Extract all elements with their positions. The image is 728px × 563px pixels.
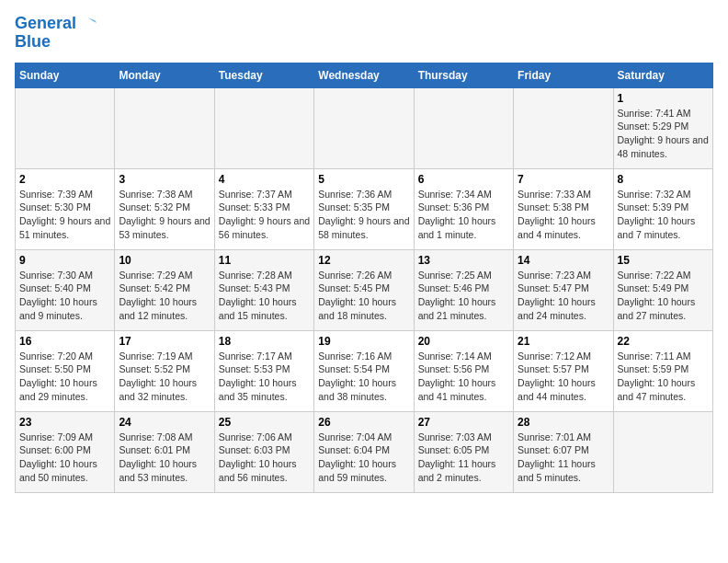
day-number: 15	[618, 254, 709, 267]
day-number: 14	[518, 254, 609, 267]
calendar-cell	[613, 411, 712, 492]
day-number: 11	[219, 254, 310, 267]
weekday-header-friday: Friday	[514, 63, 613, 87]
day-info: Sunrise: 7:20 AM Sunset: 5:50 PM Dayligh…	[19, 350, 110, 404]
day-info: Sunrise: 7:19 AM Sunset: 5:52 PM Dayligh…	[119, 350, 210, 404]
calendar-cell: 24Sunrise: 7:08 AM Sunset: 6:01 PM Dayli…	[115, 411, 214, 492]
day-number: 17	[119, 335, 210, 348]
calendar-cell: 23Sunrise: 7:09 AM Sunset: 6:00 PM Dayli…	[16, 411, 115, 492]
day-info: Sunrise: 7:37 AM Sunset: 5:33 PM Dayligh…	[219, 188, 310, 242]
logo-bird-icon	[78, 15, 97, 33]
day-number: 9	[19, 254, 110, 267]
calendar-cell: 1Sunrise: 7:41 AM Sunset: 5:29 PM Daylig…	[613, 87, 712, 168]
day-number: 1	[618, 92, 709, 105]
calendar-cell: 25Sunrise: 7:06 AM Sunset: 6:03 PM Dayli…	[214, 411, 313, 492]
day-info: Sunrise: 7:30 AM Sunset: 5:40 PM Dayligh…	[19, 269, 110, 323]
calendar-cell	[414, 87, 513, 168]
week-row-2: 2Sunrise: 7:39 AM Sunset: 5:30 PM Daylig…	[16, 168, 713, 249]
day-number: 13	[418, 254, 509, 267]
day-info: Sunrise: 7:01 AM Sunset: 6:07 PM Dayligh…	[518, 431, 609, 485]
svg-marker-1	[90, 19, 97, 23]
logo-text-general: General	[15, 15, 76, 33]
day-number: 5	[318, 173, 409, 186]
day-info: Sunrise: 7:06 AM Sunset: 6:03 PM Dayligh…	[219, 431, 310, 485]
logo-container: General Blue	[15, 15, 97, 52]
calendar-cell: 6Sunrise: 7:34 AM Sunset: 5:36 PM Daylig…	[414, 168, 513, 249]
weekday-header-row: SundayMondayTuesdayWednesdayThursdayFrid…	[16, 63, 713, 87]
day-number: 8	[618, 173, 709, 186]
calendar-cell: 22Sunrise: 7:11 AM Sunset: 5:59 PM Dayli…	[613, 330, 712, 411]
calendar-cell	[16, 87, 115, 168]
day-info: Sunrise: 7:29 AM Sunset: 5:42 PM Dayligh…	[119, 269, 210, 323]
calendar-cell: 14Sunrise: 7:23 AM Sunset: 5:47 PM Dayli…	[514, 249, 613, 330]
calendar-cell	[514, 87, 613, 168]
day-number: 16	[19, 335, 110, 348]
day-info: Sunrise: 7:17 AM Sunset: 5:53 PM Dayligh…	[219, 350, 310, 404]
day-info: Sunrise: 7:34 AM Sunset: 5:36 PM Dayligh…	[418, 188, 509, 242]
day-number: 21	[518, 335, 609, 348]
day-info: Sunrise: 7:39 AM Sunset: 5:30 PM Dayligh…	[19, 188, 110, 242]
calendar-cell: 4Sunrise: 7:37 AM Sunset: 5:33 PM Daylig…	[214, 168, 313, 249]
day-number: 3	[119, 173, 210, 186]
day-info: Sunrise: 7:38 AM Sunset: 5:32 PM Dayligh…	[119, 188, 210, 242]
day-number: 7	[518, 173, 609, 186]
calendar-cell	[115, 87, 214, 168]
day-number: 22	[618, 335, 709, 348]
weekday-header-thursday: Thursday	[414, 63, 513, 87]
logo: General Blue	[15, 15, 97, 52]
calendar-cell: 2Sunrise: 7:39 AM Sunset: 5:30 PM Daylig…	[16, 168, 115, 249]
calendar-cell: 12Sunrise: 7:26 AM Sunset: 5:45 PM Dayli…	[314, 249, 414, 330]
day-number: 6	[418, 173, 509, 186]
day-number: 12	[318, 254, 409, 267]
day-info: Sunrise: 7:36 AM Sunset: 5:35 PM Dayligh…	[318, 188, 409, 242]
day-info: Sunrise: 7:14 AM Sunset: 5:56 PM Dayligh…	[418, 350, 509, 404]
calendar-cell: 27Sunrise: 7:03 AM Sunset: 6:05 PM Dayli…	[414, 411, 513, 492]
header: General Blue	[15, 15, 713, 52]
calendar-cell: 7Sunrise: 7:33 AM Sunset: 5:38 PM Daylig…	[514, 168, 613, 249]
day-number: 27	[418, 416, 509, 429]
calendar-cell: 9Sunrise: 7:30 AM Sunset: 5:40 PM Daylig…	[16, 249, 115, 330]
calendar-cell: 19Sunrise: 7:16 AM Sunset: 5:54 PM Dayli…	[314, 330, 414, 411]
day-number: 4	[219, 173, 310, 186]
weekday-header-saturday: Saturday	[613, 63, 712, 87]
day-info: Sunrise: 7:26 AM Sunset: 5:45 PM Dayligh…	[318, 269, 409, 323]
calendar-cell: 15Sunrise: 7:22 AM Sunset: 5:49 PM Dayli…	[613, 249, 712, 330]
day-number: 18	[219, 335, 310, 348]
weekday-header-wednesday: Wednesday	[314, 63, 414, 87]
calendar-cell	[214, 87, 313, 168]
day-info: Sunrise: 7:16 AM Sunset: 5:54 PM Dayligh…	[318, 350, 409, 404]
calendar-cell: 13Sunrise: 7:25 AM Sunset: 5:46 PM Dayli…	[414, 249, 513, 330]
week-row-3: 9Sunrise: 7:30 AM Sunset: 5:40 PM Daylig…	[16, 249, 713, 330]
logo-text-blue: Blue	[15, 33, 51, 52]
day-number: 19	[318, 335, 409, 348]
day-info: Sunrise: 7:33 AM Sunset: 5:38 PM Dayligh…	[518, 188, 609, 242]
calendar-cell: 21Sunrise: 7:12 AM Sunset: 5:57 PM Dayli…	[514, 330, 613, 411]
day-number: 24	[119, 416, 210, 429]
day-info: Sunrise: 7:41 AM Sunset: 5:29 PM Dayligh…	[618, 107, 709, 161]
day-info: Sunrise: 7:11 AM Sunset: 5:59 PM Dayligh…	[618, 350, 709, 404]
week-row-5: 23Sunrise: 7:09 AM Sunset: 6:00 PM Dayli…	[16, 411, 713, 492]
day-info: Sunrise: 7:09 AM Sunset: 6:00 PM Dayligh…	[19, 431, 110, 485]
day-info: Sunrise: 7:32 AM Sunset: 5:39 PM Dayligh…	[618, 188, 709, 242]
day-info: Sunrise: 7:22 AM Sunset: 5:49 PM Dayligh…	[618, 269, 709, 323]
day-number: 25	[219, 416, 310, 429]
calendar-cell: 8Sunrise: 7:32 AM Sunset: 5:39 PM Daylig…	[613, 168, 712, 249]
day-number: 20	[418, 335, 509, 348]
day-info: Sunrise: 7:25 AM Sunset: 5:46 PM Dayligh…	[418, 269, 509, 323]
week-row-1: 1Sunrise: 7:41 AM Sunset: 5:29 PM Daylig…	[16, 87, 713, 168]
day-number: 10	[119, 254, 210, 267]
calendar-cell: 3Sunrise: 7:38 AM Sunset: 5:32 PM Daylig…	[115, 168, 214, 249]
calendar-cell: 16Sunrise: 7:20 AM Sunset: 5:50 PM Dayli…	[16, 330, 115, 411]
calendar-table: SundayMondayTuesdayWednesdayThursdayFrid…	[15, 63, 713, 493]
calendar-cell: 18Sunrise: 7:17 AM Sunset: 5:53 PM Dayli…	[214, 330, 313, 411]
day-info: Sunrise: 7:08 AM Sunset: 6:01 PM Dayligh…	[119, 431, 210, 485]
day-number: 2	[19, 173, 110, 186]
calendar-cell	[314, 87, 414, 168]
day-number: 26	[318, 416, 409, 429]
day-info: Sunrise: 7:04 AM Sunset: 6:04 PM Dayligh…	[318, 431, 409, 485]
calendar-cell: 26Sunrise: 7:04 AM Sunset: 6:04 PM Dayli…	[314, 411, 414, 492]
calendar-cell: 10Sunrise: 7:29 AM Sunset: 5:42 PM Dayli…	[115, 249, 214, 330]
day-info: Sunrise: 7:23 AM Sunset: 5:47 PM Dayligh…	[518, 269, 609, 323]
calendar-cell: 17Sunrise: 7:19 AM Sunset: 5:52 PM Dayli…	[115, 330, 214, 411]
week-row-4: 16Sunrise: 7:20 AM Sunset: 5:50 PM Dayli…	[16, 330, 713, 411]
